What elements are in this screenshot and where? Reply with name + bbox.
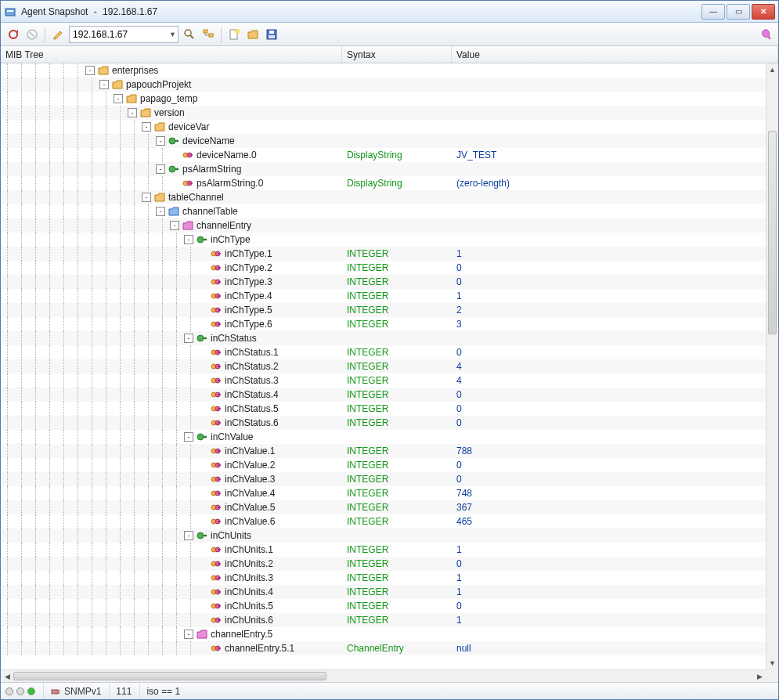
stop-icon[interactable] bbox=[24, 27, 40, 42]
node-label: channelEntry.5.1 bbox=[225, 643, 294, 654]
node-label: inChStatus bbox=[211, 333, 257, 344]
tree-row[interactable]: inChStatus.6INTEGER0 bbox=[1, 416, 766, 430]
tree-row[interactable]: -inChType bbox=[1, 233, 766, 247]
node-label: inChStatus.5 bbox=[225, 403, 279, 414]
tree-row[interactable]: -channelTable bbox=[1, 204, 766, 218]
syntax-cell: INTEGER bbox=[342, 290, 452, 301]
tree-row[interactable]: -channelEntry bbox=[1, 218, 766, 233]
leaf-icon bbox=[182, 149, 194, 161]
tree-row[interactable]: psAlarmString.0DisplayString(zero-length… bbox=[1, 176, 766, 190]
tree-row[interactable]: inChStatus.2INTEGER4 bbox=[1, 359, 766, 373]
tree-row[interactable]: inChStatus.3INTEGER4 bbox=[1, 373, 766, 388]
tree-row[interactable]: inChUnits.3INTEGER1 bbox=[1, 571, 766, 585]
scroll-down-icon[interactable]: ▼ bbox=[766, 657, 778, 669]
object-icon bbox=[196, 529, 208, 542]
tree-row[interactable]: inChUnits.2INTEGER0 bbox=[1, 557, 766, 571]
tree-row[interactable]: -deviceVar bbox=[1, 120, 766, 134]
scroll-right-icon[interactable]: ▶ bbox=[753, 670, 766, 682]
header-value[interactable]: Value bbox=[452, 46, 778, 63]
tree-row[interactable]: -version bbox=[1, 106, 766, 120]
tree-row[interactable]: inChUnits.6INTEGER1 bbox=[1, 613, 766, 627]
tree-row[interactable]: -inChValue bbox=[1, 430, 766, 444]
header-syntax[interactable]: Syntax bbox=[342, 46, 452, 63]
tree-row[interactable]: inChType.2INTEGER0 bbox=[1, 261, 766, 275]
tree-row[interactable]: -tableChannel bbox=[1, 190, 766, 204]
expander-icon[interactable]: - bbox=[142, 122, 151, 132]
expander-icon[interactable]: - bbox=[156, 164, 165, 174]
help-icon[interactable] bbox=[758, 27, 774, 42]
tree-row[interactable]: inChValue.4INTEGER748 bbox=[1, 486, 766, 500]
tree-row[interactable]: inChUnits.1INTEGER1 bbox=[1, 543, 766, 557]
scroll-up-icon[interactable]: ▲ bbox=[766, 63, 778, 76]
tree-row[interactable]: -channelEntry.5 bbox=[1, 627, 766, 641]
expander-icon[interactable]: - bbox=[184, 630, 193, 639]
svg-point-59 bbox=[197, 532, 204, 539]
tree-row[interactable]: inChUnits.4INTEGER1 bbox=[1, 585, 766, 599]
tree-row[interactable]: inChValue.5INTEGER367 bbox=[1, 500, 766, 514]
tree-row[interactable]: inChType.5INTEGER2 bbox=[1, 303, 766, 317]
tree-body[interactable]: -enterprises-papouchProjekt-papago_temp-… bbox=[1, 63, 766, 669]
tree-expand-icon[interactable] bbox=[200, 27, 216, 42]
object-icon bbox=[196, 233, 208, 246]
expander-icon[interactable]: - bbox=[99, 80, 109, 89]
maximize-button[interactable]: ▭ bbox=[727, 4, 750, 20]
expander-icon[interactable]: - bbox=[184, 334, 193, 343]
tree-row[interactable]: -psAlarmString bbox=[1, 162, 766, 176]
tree-row[interactable]: inChStatus.1INTEGER0 bbox=[1, 345, 766, 359]
titlebar[interactable]: Agent Snapshot - 192.168.1.67 — ▭ ✕ bbox=[1, 1, 778, 23]
expander-icon[interactable]: - bbox=[184, 235, 193, 244]
tree-row[interactable]: deviceName.0DisplayStringJV_TEST bbox=[1, 148, 766, 162]
expander-icon[interactable]: - bbox=[85, 66, 95, 75]
tree-row[interactable]: inChValue.1INTEGER788 bbox=[1, 444, 766, 458]
scroll-thumb[interactable] bbox=[13, 672, 326, 680]
tree-row[interactable]: inChType.6INTEGER3 bbox=[1, 317, 766, 331]
scroll-thumb[interactable] bbox=[768, 131, 777, 334]
tree-row[interactable]: inChValue.6INTEGER465 bbox=[1, 514, 766, 529]
expander-icon[interactable]: - bbox=[184, 432, 193, 442]
expander-icon[interactable]: - bbox=[128, 108, 137, 117]
syntax-cell: INTEGER bbox=[342, 474, 452, 485]
tree-row[interactable]: -deviceName bbox=[1, 134, 766, 148]
header-tree[interactable]: MIB Tree bbox=[1, 46, 342, 63]
horizontal-scrollbar[interactable]: ◀ ▶ bbox=[1, 669, 766, 682]
tree-row[interactable]: inChUnits.5INTEGER0 bbox=[1, 599, 766, 613]
tree-row[interactable]: inChType.1INTEGER1 bbox=[1, 247, 766, 261]
save-icon[interactable] bbox=[264, 27, 280, 42]
tree-row[interactable]: inChValue.2INTEGER0 bbox=[1, 458, 766, 472]
tree-row[interactable]: inChStatus.4INTEGER0 bbox=[1, 388, 766, 402]
expander-icon[interactable]: - bbox=[142, 193, 151, 202]
value-cell: 3 bbox=[452, 319, 766, 330]
tree-row[interactable]: -inChStatus bbox=[1, 331, 766, 345]
expander-icon[interactable]: - bbox=[156, 207, 165, 216]
expander-icon[interactable]: - bbox=[170, 221, 179, 230]
window-title: Agent Snapshot - 192.168.1.67 bbox=[21, 6, 700, 17]
close-button[interactable]: ✕ bbox=[752, 4, 775, 20]
tree-row[interactable]: -papouchProjekt bbox=[1, 78, 766, 92]
svg-rect-7 bbox=[204, 30, 207, 33]
title-host: 192.168.1.67 bbox=[103, 6, 157, 17]
address-combo[interactable]: 192.168.1.67 ▼ bbox=[69, 26, 179, 43]
syntax-cell: INTEGER bbox=[342, 488, 452, 499]
tree-row[interactable]: inChType.3INTEGER0 bbox=[1, 275, 766, 289]
vertical-scrollbar[interactable]: ▲ ▼ bbox=[766, 63, 778, 669]
expander-icon[interactable]: - bbox=[114, 94, 123, 103]
svg-rect-74 bbox=[52, 690, 58, 694]
tree-row[interactable]: channelEntry.5.1ChannelEntrynull bbox=[1, 641, 766, 655]
leaf-icon bbox=[210, 600, 222, 612]
scroll-left-icon[interactable]: ◀ bbox=[1, 670, 13, 682]
new-file-icon[interactable] bbox=[226, 27, 242, 42]
tree-row[interactable]: inChStatus.5INTEGER0 bbox=[1, 402, 766, 416]
svg-line-6 bbox=[190, 35, 193, 38]
open-folder-icon[interactable] bbox=[245, 27, 261, 42]
expander-icon[interactable]: - bbox=[156, 136, 165, 146]
expander-icon[interactable]: - bbox=[184, 531, 193, 540]
tree-row[interactable]: -papago_temp bbox=[1, 92, 766, 106]
minimize-button[interactable]: — bbox=[701, 4, 725, 20]
refresh-icon[interactable] bbox=[5, 27, 21, 42]
tree-row[interactable]: inChType.4INTEGER1 bbox=[1, 289, 766, 303]
search-icon[interactable] bbox=[182, 27, 197, 42]
tree-row[interactable]: inChValue.3INTEGER0 bbox=[1, 472, 766, 486]
edit-icon[interactable] bbox=[50, 27, 66, 42]
tree-row[interactable]: -inChUnits bbox=[1, 529, 766, 543]
tree-row[interactable]: -enterprises bbox=[1, 63, 766, 78]
